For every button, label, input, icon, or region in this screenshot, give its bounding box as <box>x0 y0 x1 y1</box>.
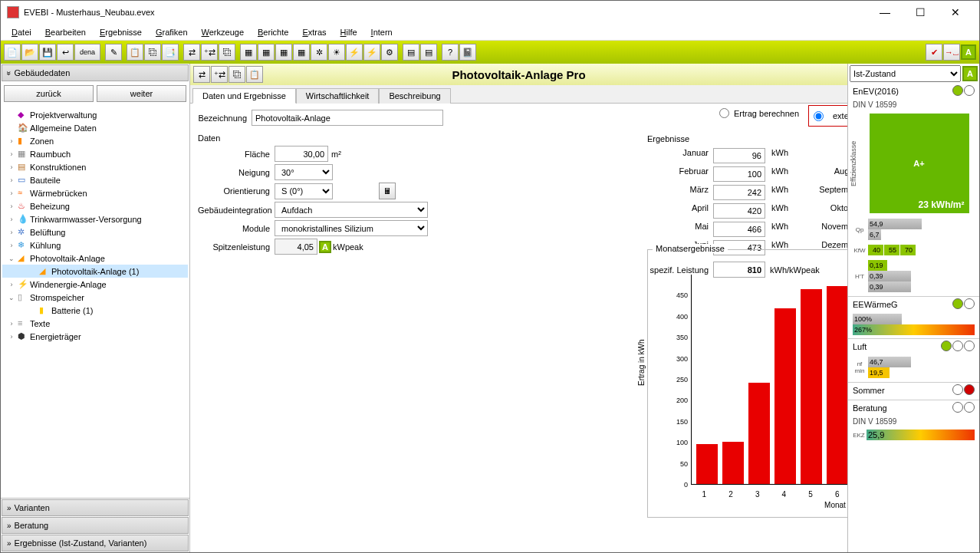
sidebar-section[interactable]: Ergebnisse (Ist-Zustand, Varianten) <box>2 535 189 551</box>
toolbar-button[interactable]: ▤ <box>420 44 437 61</box>
tree-item[interactable]: ›✲Belüftung <box>2 225 188 239</box>
a-badge-icon[interactable]: A <box>962 66 978 81</box>
badge-a-icon[interactable]: A <box>961 44 976 60</box>
sidebar: Gebäudedaten zurück weiter ◆Projektverwa… <box>1 64 190 552</box>
menu-datei[interactable]: Datei <box>5 26 38 38</box>
bez-input[interactable] <box>252 110 443 126</box>
toolbar-button[interactable]: ▦ <box>258 44 275 61</box>
tab[interactable]: Beschreibung <box>379 88 450 104</box>
toolbar-button[interactable]: 📄 <box>4 44 21 61</box>
toolbar-button[interactable]: ▦ <box>293 44 310 61</box>
toolbar-button[interactable]: ▦ <box>240 44 257 61</box>
neigung-select[interactable]: 30° <box>275 164 333 180</box>
chart-bar <box>801 289 822 484</box>
tree-item[interactable]: ▮Batterie (1) <box>2 304 188 317</box>
erg-label: Ergebnisse <box>647 134 847 143</box>
tree-item[interactable]: ›💧Trinkwarmwasser-Versorgung <box>2 212 188 225</box>
tree-item[interactable]: ◢Photovoltaik-Anlage (1) <box>2 265 188 278</box>
calc-icon[interactable]: 🖩 <box>379 183 396 199</box>
month-input[interactable] <box>713 166 765 182</box>
toolbar-button[interactable]: ▦ <box>275 44 292 61</box>
tree-item[interactable]: ›♨Beheizung <box>2 199 188 212</box>
arrow-icon[interactable]: →⎵ <box>943 44 960 61</box>
toolbar-button[interactable]: ⚡ <box>346 44 363 61</box>
chart-bar <box>827 286 847 484</box>
tree-item[interactable]: ›⚡Windenergie-Anlage <box>2 278 188 291</box>
state-select[interactable]: Ist-Zustand <box>850 65 961 82</box>
orient-select[interactable]: S (0°) <box>275 183 333 199</box>
sidebar-section[interactable]: Varianten <box>2 499 189 516</box>
titlebar: EVEBI - Musterhaus_Neubau.evex — ☐ ✕ <box>1 1 979 24</box>
month-input[interactable] <box>713 148 765 163</box>
toolbar-button[interactable]: ⿻ <box>144 44 161 61</box>
toolbar-button[interactable]: 📂 <box>21 44 38 61</box>
tree-item[interactable]: ⌄◢Photovoltaik-Anlage <box>2 252 188 265</box>
integ-select[interactable]: Aufdach <box>275 202 428 218</box>
chart-bar <box>696 444 718 484</box>
bar-chart <box>691 275 847 485</box>
tree-item[interactable]: ›≡Texte <box>2 317 188 330</box>
tab[interactable]: Wirtschaftlichkeit <box>296 88 380 104</box>
radio-extern[interactable] <box>814 111 824 121</box>
sidebar-header[interactable]: Gebäudedaten <box>2 64 189 81</box>
toolbar-button[interactable]: ⿻ <box>219 44 235 61</box>
back-button[interactable]: zurück <box>4 85 94 102</box>
tree-item[interactable]: ◆Projektverwaltung <box>2 108 188 121</box>
toolbar-button[interactable]: ⁺⇄ <box>201 44 218 61</box>
chart-bar <box>748 383 770 484</box>
month-input[interactable] <box>713 203 765 219</box>
tree-item[interactable]: ›▭Bauteile <box>2 173 188 186</box>
close-button[interactable]: ✕ <box>938 1 973 24</box>
radio-berechnen[interactable] <box>719 108 729 118</box>
menu-extras[interactable]: Extras <box>296 26 332 38</box>
toolbar-button[interactable]: ? <box>442 44 459 61</box>
window-title: EVEBI - Musterhaus_Neubau.evex <box>24 8 155 17</box>
tree-item[interactable]: ›≈Wärmebrücken <box>2 186 188 199</box>
tree-item[interactable]: 🏠Allgemeine Daten <box>2 121 188 134</box>
toolbar-button[interactable]: ↩ <box>57 44 74 61</box>
maximize-button[interactable]: ☐ <box>903 1 938 24</box>
menu-intern[interactable]: Intern <box>365 26 399 38</box>
minimize-button[interactable]: — <box>867 1 903 24</box>
tree-item[interactable]: ›❄Kühlung <box>2 239 188 252</box>
tree-item[interactable]: ›⬢Energieträger <box>2 330 188 343</box>
nav-tree: ◆Projektverwaltung🏠Allgemeine Daten›▮Zon… <box>1 105 189 498</box>
menu-grafiken[interactable]: Grafiken <box>150 26 194 38</box>
sidebar-section[interactable]: Beratung <box>2 517 189 534</box>
toolbar-button[interactable]: ✎ <box>105 44 122 61</box>
toolbar-button[interactable]: ▤ <box>403 44 419 61</box>
tree-item[interactable]: ›▤Konstruktionen <box>2 160 188 173</box>
month-input[interactable] <box>713 222 765 237</box>
menubar: DateiBearbeitenErgebnisseGrafikenWerkzeu… <box>1 24 979 41</box>
tab[interactable]: Daten und Ergebnisse <box>192 88 296 104</box>
forward-button[interactable]: weiter <box>97 85 186 102</box>
toolbar-button[interactable]: 📑 <box>162 44 179 61</box>
toolbar-button[interactable]: ⚙ <box>381 44 398 61</box>
efficiency-badge: A+23 kWh/m² <box>870 114 969 213</box>
tree-item[interactable]: ›▦Raumbuch <box>2 147 188 160</box>
tree-item[interactable]: ⌄▯Stromspeicher <box>2 291 188 304</box>
menu-werkzeuge[interactable]: Werkzeuge <box>196 26 250 38</box>
toolbar-button[interactable]: ✲ <box>311 44 327 61</box>
toolbar-button[interactable]: 💾 <box>39 44 56 61</box>
toolbar-button[interactable]: ⚡ <box>363 44 380 61</box>
flaeche-input[interactable] <box>275 146 328 162</box>
a-badge-icon: A <box>319 241 331 253</box>
module-select[interactable]: monokristallines Silizium <box>275 220 428 236</box>
menu-berichte[interactable]: Berichte <box>252 26 294 38</box>
spitze-input <box>275 239 317 255</box>
toolbar-button[interactable]: dena <box>74 44 100 61</box>
toolbar-button[interactable]: ☀ <box>328 44 345 61</box>
toolbar-button[interactable]: 📋 <box>127 44 143 61</box>
toolbar-button[interactable]: 📓 <box>459 44 476 61</box>
menu-ergebnisse[interactable]: Ergebnisse <box>94 26 148 38</box>
menu-bearbeiten[interactable]: Bearbeiten <box>39 26 92 38</box>
tree-item[interactable]: ›▮Zonen <box>2 134 188 147</box>
menu-hilfe[interactable]: Hilfe <box>334 26 363 38</box>
main-content: ⇄ ⁺⇄ ⿻ 📋 Photovoltaik-Anlage Pro Daten u… <box>190 64 847 552</box>
toolbar-button[interactable]: ⇄ <box>183 44 200 61</box>
main-toolbar: 📄📂💾↩dena✎📋⿻📑⇄⁺⇄⿻▦▦▦▦✲☀⚡⚡⚙▤▤?📓 ✔ →⎵ A <box>1 41 979 64</box>
month-input[interactable] <box>713 185 765 200</box>
page-title: Photovoltaik-Anlage Pro <box>190 68 847 81</box>
check-icon[interactable]: ✔ <box>926 44 942 61</box>
